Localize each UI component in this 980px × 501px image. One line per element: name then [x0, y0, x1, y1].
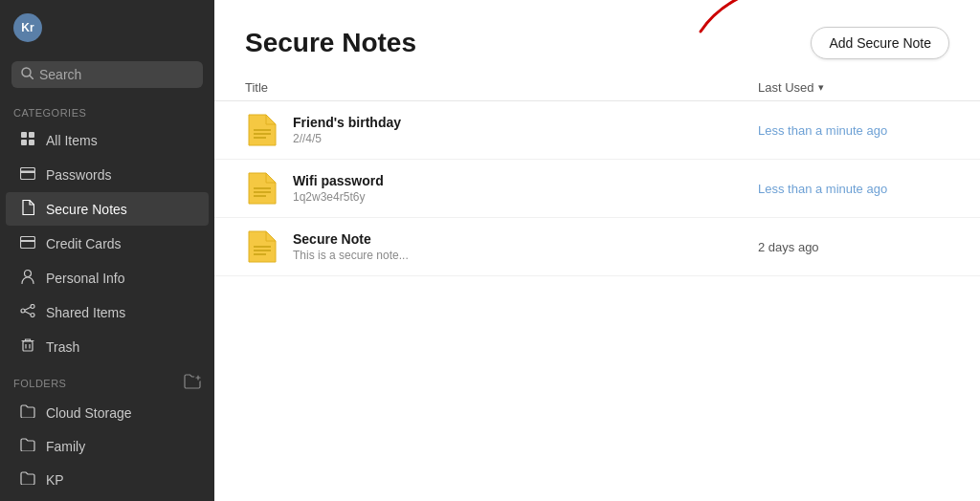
col-title: Title [245, 80, 758, 95]
svg-line-14 [25, 307, 31, 310]
sidebar-item-trash[interactable]: Trash [6, 330, 209, 363]
sidebar-item-secure-notes[interactable]: Secure Notes [6, 192, 209, 226]
person-icon [19, 269, 36, 287]
add-secure-note-button[interactable]: Add Secure Note [811, 27, 949, 59]
svg-rect-6 [21, 168, 35, 180]
sidebar-top-row: Kr [11, 10, 203, 54]
categories-label: Categories [0, 98, 214, 122]
grid-icon [19, 131, 36, 149]
notes-list: Friend's birthday 2//4/5 Less than a min… [214, 101, 980, 501]
sidebar-item-all-items[interactable]: All Items [6, 123, 209, 157]
folder-icon-cloud [19, 404, 36, 421]
note-item-sub: This is a secure note... [293, 249, 758, 262]
sidebar-label-passwords: Passwords [46, 167, 111, 183]
sidebar-label-secure-notes: Secure Notes [46, 202, 127, 217]
sidebar-top: Kr Search [0, 0, 214, 98]
svg-line-15 [25, 312, 31, 315]
sidebar-label-trash: Trash [46, 339, 79, 355]
sidebar-item-family[interactable]: Family [6, 430, 209, 462]
sidebar-label-personal-info: Personal Info [46, 271, 125, 286]
folder-icon-kp [19, 471, 36, 488]
note-item-icon [245, 171, 279, 206]
main-header: Secure Notes Add Secure Note [214, 0, 980, 75]
share-icon [19, 304, 36, 320]
note-item-time: 2 days ago [758, 240, 949, 254]
trash-icon [19, 338, 36, 356]
sidebar: Kr Search Categories All Items Passwords [0, 0, 214, 501]
creditcard-icon [19, 235, 36, 251]
sidebar-label-kp: KP [46, 472, 64, 488]
svg-rect-3 [29, 132, 34, 138]
table-row[interactable]: Secure Note This is a secure note... 2 d… [214, 218, 980, 276]
sidebar-item-personal-info[interactable]: Personal Info [6, 261, 209, 294]
svg-rect-8 [21, 237, 35, 249]
note-item-sub: 1q2w3e4r5t6y [293, 190, 758, 204]
sidebar-label-all-items: All Items [46, 133, 98, 148]
table-row[interactable]: Wifi password 1q2w3e4r5t6y Less than a m… [214, 160, 980, 218]
table-row[interactable]: Friend's birthday 2//4/5 Less than a min… [214, 101, 980, 160]
search-bar[interactable]: Search [11, 61, 203, 88]
svg-line-1 [30, 76, 33, 79]
sidebar-label-shared-items: Shared Items [46, 305, 125, 320]
folders-label: Folders [13, 378, 66, 389]
note-item-name: Wifi password [293, 173, 758, 188]
note-item-time: Less than a minute ago [758, 123, 949, 138]
svg-point-13 [31, 314, 34, 317]
sidebar-item-shared-items[interactable]: Shared Items [6, 296, 209, 328]
note-item-info: Secure Note This is a secure note... [293, 231, 758, 262]
note-item-name: Friend's birthday [293, 115, 758, 130]
card-icon [19, 166, 36, 183]
page-title: Secure Notes [245, 28, 416, 58]
col-last-used-label: Last Used [758, 80, 814, 95]
sidebar-item-kp[interactable]: KP [6, 464, 209, 495]
svg-rect-7 [20, 171, 35, 174]
note-item-sub: 2//4/5 [293, 132, 758, 145]
add-folder-button[interactable] [184, 374, 201, 392]
folder-icon-family [19, 438, 36, 454]
search-label: Search [39, 67, 81, 82]
svg-rect-9 [21, 240, 34, 242]
avatar: Kr [13, 13, 42, 42]
sidebar-item-social[interactable]: Social [6, 497, 209, 501]
svg-rect-5 [29, 140, 34, 145]
folders-header: Folders [0, 364, 214, 396]
table-header: Title Last Used ▾ [214, 75, 980, 101]
sidebar-label-family: Family [46, 439, 85, 454]
svg-point-11 [21, 309, 25, 313]
note-icon [19, 200, 36, 218]
sidebar-item-passwords[interactable]: Passwords [6, 159, 209, 190]
main-content: Secure Notes Add Secure Note Title Last … [214, 0, 980, 501]
note-item-time: Less than a minute ago [758, 182, 949, 196]
svg-point-12 [31, 305, 34, 309]
col-last-used[interactable]: Last Used ▾ [758, 80, 949, 95]
sidebar-label-credit-cards: Credit Cards [46, 236, 122, 251]
annotation-arrow [691, 0, 825, 36]
svg-rect-4 [21, 140, 27, 145]
sidebar-item-credit-cards[interactable]: Credit Cards [6, 228, 209, 259]
svg-rect-16 [23, 341, 33, 351]
add-button-container: Add Secure Note [811, 27, 949, 59]
svg-point-10 [25, 271, 32, 277]
svg-rect-2 [21, 132, 27, 138]
note-item-icon [245, 113, 279, 147]
sidebar-item-cloud-storage[interactable]: Cloud Storage [6, 397, 209, 428]
note-item-info: Friend's birthday 2//4/5 [293, 115, 758, 145]
sidebar-label-cloud-storage: Cloud Storage [46, 405, 132, 421]
note-item-icon [245, 229, 279, 264]
search-icon [21, 67, 33, 82]
sort-icon: ▾ [818, 81, 824, 94]
note-item-name: Secure Note [293, 231, 758, 247]
note-item-info: Wifi password 1q2w3e4r5t6y [293, 173, 758, 204]
